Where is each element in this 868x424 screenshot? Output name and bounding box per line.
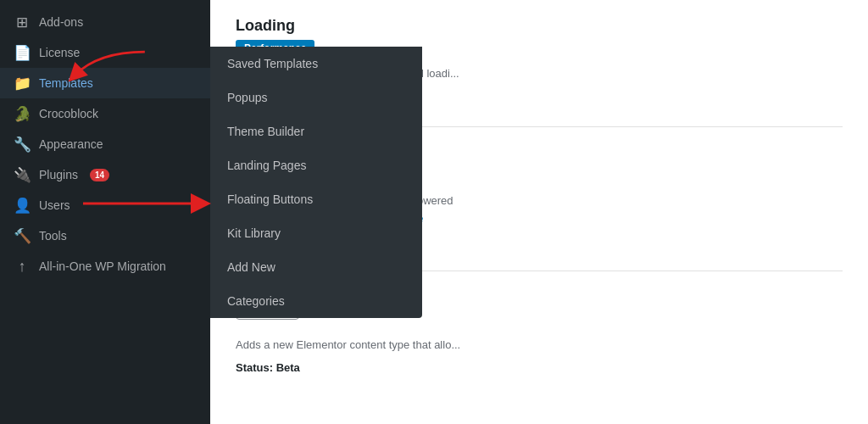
templates-icon: 📁 <box>14 75 31 92</box>
sidebar-item-all-in-one[interactable]: ↑ All-in-One WP Migration <box>0 251 210 282</box>
license-icon: 📄 <box>14 44 31 61</box>
content-type-status: Status: Beta <box>236 361 843 374</box>
plugins-icon: 🔌 <box>14 166 31 183</box>
dropdown-item-landing-pages[interactable]: Landing Pages <box>210 148 422 182</box>
sidebar-item-add-ons[interactable]: ⊞ Add-ons <box>0 7 210 37</box>
loading-title: Loading <box>236 17 843 35</box>
sidebar-item-templates[interactable]: 📁 Templates <box>0 68 210 98</box>
sidebar-item-plugins[interactable]: 🔌 Plugins 14 <box>0 159 210 190</box>
dropdown-item-popups[interactable]: Popups <box>210 81 422 114</box>
templates-dropdown: Saved Templates Popups Theme Builder Lan… <box>210 47 422 318</box>
dropdown-item-add-new[interactable]: Add New <box>210 250 422 284</box>
sidebar: ⊞ Add-ons 📄 License 📁 Templates 🐊 Crocob… <box>0 0 210 424</box>
users-icon: 👤 <box>14 197 31 214</box>
plugins-badge: 14 <box>90 169 109 181</box>
dropdown-item-saved-templates[interactable]: Saved Templates <box>210 47 422 81</box>
sidebar-item-crocoblock[interactable]: 🐊 Crocoblock <box>0 98 210 129</box>
content-type-desc: Adds a new Elementor content type that a… <box>236 337 617 354</box>
crocoblock-icon: 🐊 <box>14 105 31 122</box>
dropdown-item-categories[interactable]: Categories <box>210 284 422 318</box>
all-in-one-icon: ↑ <box>14 258 31 275</box>
sidebar-item-tools[interactable]: 🔨 Tools <box>0 220 210 251</box>
dropdown-item-floating-buttons[interactable]: Floating Buttons <box>210 182 422 216</box>
dropdown-item-kit-library[interactable]: Kit Library <box>210 216 422 250</box>
dropdown-item-theme-builder[interactable]: Theme Builder <box>210 114 422 148</box>
add-ons-icon: ⊞ <box>14 14 31 31</box>
sidebar-item-users[interactable]: 👤 Users <box>0 190 210 220</box>
tools-icon: 🔨 <box>14 227 31 244</box>
appearance-icon: 🔧 <box>14 136 31 153</box>
sidebar-item-appearance[interactable]: 🔧 Appearance <box>0 129 210 159</box>
sidebar-item-license[interactable]: 📄 License <box>0 37 210 68</box>
floating-buttons-wrap: Floating Buttons <box>210 182 422 216</box>
